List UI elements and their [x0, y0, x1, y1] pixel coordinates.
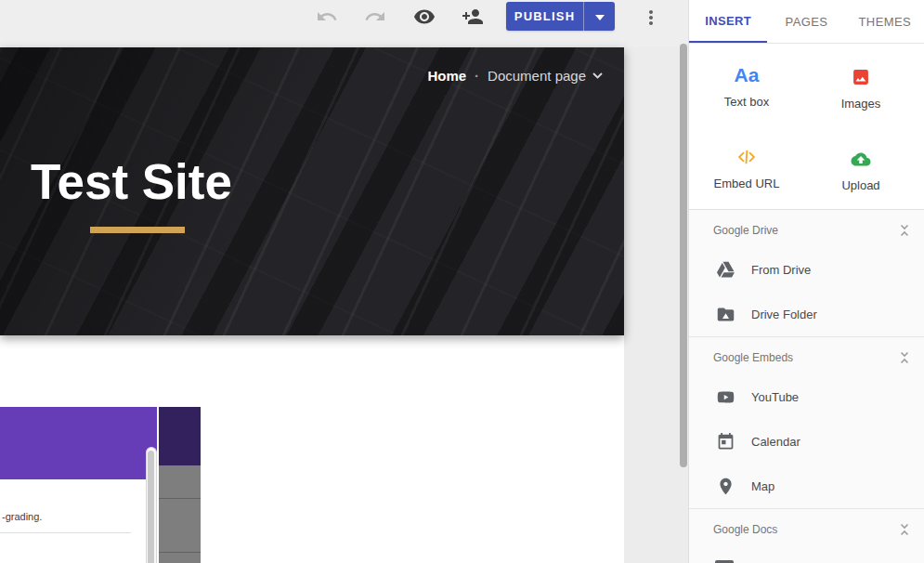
- images-icon: [813, 65, 909, 89]
- publish-button-group: PUBLISH: [506, 2, 615, 31]
- nav-page-label: Document page: [488, 68, 586, 84]
- section-header-google-drive[interactable]: Google Drive: [689, 210, 924, 247]
- section-header-google-docs[interactable]: Google Docs: [689, 509, 924, 546]
- preview-eye-icon: [413, 6, 436, 28]
- gray-row: [159, 499, 201, 553]
- form-snippet-text: -grading.: [2, 511, 42, 522]
- site-title[interactable]: Test Site: [31, 155, 232, 209]
- gray-row: [159, 465, 201, 499]
- nav-dropdown-document-page[interactable]: Document page: [488, 68, 603, 84]
- dropdown-arrow-icon: [595, 9, 605, 23]
- youtube-icon: [715, 386, 735, 407]
- redo-button[interactable]: [364, 6, 386, 28]
- drive-folder-icon: [715, 304, 735, 324]
- section-google-docs: Google Docs: [689, 509, 924, 563]
- insert-from-drive-item[interactable]: From Drive: [689, 247, 924, 292]
- publish-dropdown-button[interactable]: [584, 2, 615, 31]
- main-scrollbar-thumb[interactable]: [680, 44, 687, 467]
- calendar-icon: [715, 431, 735, 452]
- top-toolbar: PUBLISH: [0, 0, 688, 47]
- share-button[interactable]: [462, 6, 484, 28]
- embedded-form-section[interactable]: -grading.: [0, 407, 201, 563]
- sidebar-sections: Google Drive From Drive Drive Folder: [689, 209, 924, 563]
- item-label: Map: [751, 479, 774, 493]
- hero-banner-section[interactable]: Home · Document page Test Site: [0, 47, 624, 335]
- section-title: Google Docs: [713, 523, 777, 536]
- undo-icon: [316, 6, 338, 28]
- upload-cloud-icon: [813, 147, 909, 171]
- section-header-google-embeds[interactable]: Google Embeds: [689, 337, 924, 374]
- insert-sidebar: INSERT PAGES THEMES Aa Text box Images E…: [688, 0, 924, 563]
- section-google-embeds: Google Embeds YouTube Calendar: [689, 337, 924, 509]
- insert-upload-button[interactable]: Upload: [813, 147, 909, 192]
- title-accent-bar: [90, 227, 185, 233]
- insert-embed-url-button[interactable]: Embed URL: [698, 145, 795, 190]
- form-divider: [0, 532, 131, 533]
- map-pin-icon: [715, 476, 735, 496]
- publish-button[interactable]: PUBLISH: [506, 2, 584, 31]
- nav-separator: ·: [475, 68, 479, 84]
- nav-link-home[interactable]: Home: [427, 68, 466, 84]
- form-header-dark-purple: [159, 407, 201, 465]
- tile-label: Images: [813, 97, 909, 111]
- more-options-button[interactable]: [640, 7, 662, 29]
- insert-map-item[interactable]: Map: [689, 464, 924, 508]
- section-title: Google Drive: [713, 224, 778, 237]
- embed-scrollbar-thumb[interactable]: [148, 451, 154, 563]
- insert-calendar-item[interactable]: Calendar: [689, 419, 924, 464]
- chevron-down-icon: [592, 72, 603, 79]
- collapse-chevrons-icon: [898, 222, 911, 239]
- form-header-purple: [0, 407, 157, 479]
- section-title: Google Embeds: [713, 351, 793, 364]
- embed-url-icon: [698, 145, 795, 169]
- drive-icon: [715, 259, 735, 280]
- tab-pages[interactable]: PAGES: [767, 0, 845, 43]
- insert-drive-folder-item[interactable]: Drive Folder: [689, 292, 924, 336]
- redo-icon: [364, 6, 386, 28]
- item-label: From Drive: [751, 263, 811, 277]
- preview-button[interactable]: [413, 6, 436, 28]
- collapse-chevrons-icon: [898, 521, 911, 538]
- item-label: YouTube: [751, 390, 799, 404]
- item-label: Calendar: [751, 435, 800, 449]
- gray-row: [159, 553, 201, 563]
- editor-workspace: PUBLISH -grading. Ho: [0, 0, 688, 563]
- collapse-chevrons-icon: [898, 349, 911, 366]
- form-gray-column: [159, 465, 201, 563]
- tab-themes[interactable]: THEMES: [846, 0, 924, 43]
- tile-label: Text box: [698, 95, 795, 109]
- site-nav: Home · Document page: [427, 68, 603, 84]
- tile-label: Upload: [813, 178, 909, 192]
- item-label: Drive Folder: [751, 308, 817, 321]
- insert-youtube-item[interactable]: YouTube: [689, 374, 924, 419]
- embed-scrollbar[interactable]: [146, 447, 157, 563]
- more-vert-icon: [640, 7, 662, 29]
- text-box-icon: Aa: [698, 63, 795, 87]
- section-google-drive: Google Drive From Drive Drive Folder: [689, 210, 924, 337]
- sidebar-tab-bar: INSERT PAGES THEMES: [689, 0, 924, 44]
- insert-text-box-button[interactable]: Aa Text box: [698, 63, 795, 109]
- tab-insert[interactable]: INSERT: [689, 0, 767, 43]
- tile-label: Embed URL: [698, 177, 795, 190]
- undo-button[interactable]: [316, 6, 338, 28]
- insert-images-button[interactable]: Images: [813, 65, 909, 111]
- add-person-icon: [462, 6, 484, 28]
